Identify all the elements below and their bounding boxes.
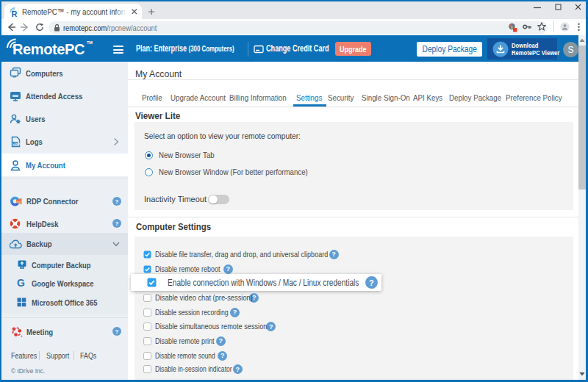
svg-text:LOGS: LOGS — [12, 143, 21, 145]
svg-text:R: R — [12, 10, 18, 18]
